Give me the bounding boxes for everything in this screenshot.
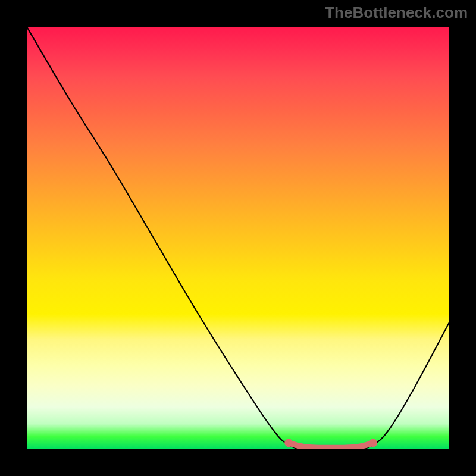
bottleneck-curve-line xyxy=(27,27,449,449)
svg-point-1 xyxy=(369,439,377,447)
chart-plot-area xyxy=(27,27,449,449)
optimal-range-highlight xyxy=(284,439,377,448)
chart-svg xyxy=(27,27,449,449)
watermark-text: TheBottleneck.com xyxy=(325,4,468,22)
svg-point-0 xyxy=(284,439,293,447)
